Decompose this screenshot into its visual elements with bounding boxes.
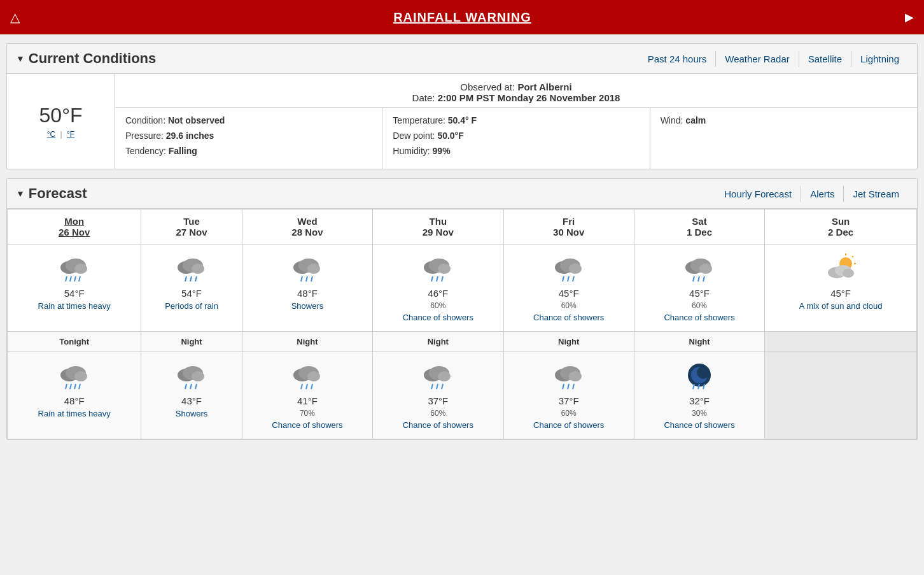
forecast-night-label-wed: Night: [242, 332, 372, 352]
svg-line-49: [74, 384, 76, 389]
conditions-col-3: Wind: calm: [650, 108, 917, 169]
temp-tue-night: 43°F: [144, 395, 239, 406]
svg-line-12: [195, 276, 197, 281]
svg-point-2: [74, 264, 87, 274]
collapse-icon[interactable]: ▼: [16, 53, 25, 64]
svg-point-53: [192, 371, 204, 381]
temp-mon-day: 54°F: [10, 288, 138, 299]
forecast-night-label-thu: Night: [373, 332, 503, 352]
svg-point-9: [192, 264, 204, 274]
forecast-table: Mon26 Nov Tue27 Nov Wed28 Nov Thu29 Nov …: [7, 209, 917, 439]
svg-line-3: [66, 276, 67, 281]
forecast-day-headers-row: Mon26 Nov Tue27 Nov Wed28 Nov Thu29 Nov …: [8, 209, 917, 245]
conditions-observed: Observed at: Port Alberni Date: 2:00 PM …: [115, 74, 917, 108]
svg-line-50: [79, 384, 80, 389]
condition-row: Condition: Not observed: [125, 115, 372, 125]
satellite-link[interactable]: Satellite: [799, 51, 851, 67]
svg-line-55: [190, 384, 192, 389]
forecast-links: Hourly Forecast Alerts Jet Stream: [715, 186, 908, 202]
weather-radar-link[interactable]: Weather Radar: [715, 51, 798, 67]
temp-sat-night: 32°F: [637, 395, 762, 406]
forecast-cell-wed-day: 48°F Showers: [242, 245, 372, 332]
svg-line-67: [437, 384, 438, 389]
forecast-header: ▼ Forecast Hourly Forecast Alerts Jet St…: [7, 179, 917, 209]
observed-date: Date: 2:00 PM PST Monday 26 November 201…: [122, 92, 911, 103]
conditions-body: 50°F °C | °F Observed at: Port Alberni D…: [7, 74, 917, 169]
temperature-row: Temperature: 50.4° F: [393, 115, 639, 125]
forecast-collapse-icon[interactable]: ▼: [16, 188, 25, 199]
svg-line-47: [66, 384, 67, 389]
chance-fri-night: 60%: [507, 409, 631, 418]
forecast-cell-tue-night: 43°F Showers: [141, 352, 242, 439]
condition-thu-day: Chance of showers: [375, 313, 500, 322]
alerts-link[interactable]: Alerts: [801, 186, 843, 202]
conditions-col-1: Condition: Not observed Pressure: 29.6 i…: [115, 108, 382, 169]
forecast-night-icons-row: 48°F Rain at times heavy 43°F Showers: [8, 352, 917, 439]
svg-point-21: [438, 264, 451, 274]
forecast-cell-thu-day: 46°F 60% Chance of showers: [373, 245, 503, 332]
svg-line-78: [693, 384, 694, 389]
svg-line-16: [301, 276, 302, 281]
fahrenheit-link[interactable]: °F: [67, 130, 74, 139]
svg-point-59: [307, 371, 320, 381]
svg-point-65: [438, 371, 451, 381]
svg-line-48: [70, 384, 71, 389]
svg-line-18: [311, 276, 312, 281]
condition-fri-day: Chance of showers: [507, 313, 631, 322]
temperature-value: 50°F: [39, 104, 83, 127]
warning-triangle-icon: △: [10, 10, 20, 25]
forecast-day-thu: Thu29 Nov: [373, 209, 503, 245]
moon-rain-icon-sat: [680, 361, 718, 393]
warning-arrow-icon[interactable]: ▶: [905, 10, 914, 24]
jet-stream-link[interactable]: Jet Stream: [843, 186, 908, 202]
temp-thu-day: 46°F: [375, 288, 500, 299]
svg-line-34: [693, 276, 694, 281]
svg-line-10: [185, 276, 186, 281]
warning-text[interactable]: RAINFALL WARNING: [20, 10, 905, 25]
temp-wed-night: 41°F: [245, 395, 370, 406]
svg-line-60: [301, 384, 302, 389]
condition-sat-night: Chance of showers: [637, 420, 762, 430]
forecast-day-fri: Fri30 Nov: [503, 209, 634, 245]
condition-mon-day: Rain at times heavy: [10, 301, 138, 311]
lightning-link[interactable]: Lightning: [851, 51, 908, 67]
svg-line-22: [431, 276, 433, 281]
svg-line-29: [568, 276, 569, 281]
svg-line-30: [573, 276, 574, 281]
temp-wed-day: 48°F: [245, 288, 370, 299]
rain-icon-tue: [172, 253, 211, 285]
rain-heavy-icon-tonight: [55, 361, 94, 393]
current-conditions-title: ▼ Current Conditions: [16, 50, 156, 67]
svg-line-54: [185, 384, 186, 389]
pressure-row: Pressure: 29.6 inches: [125, 131, 372, 141]
showers-icon-tue-night: [172, 361, 211, 393]
hourly-forecast-link[interactable]: Hourly Forecast: [715, 186, 801, 202]
svg-line-6: [79, 276, 80, 281]
temp-sat-day: 45°F: [637, 288, 762, 299]
temperature-cell: 50°F °C | °F: [7, 74, 115, 169]
svg-line-73: [568, 384, 569, 389]
current-conditions-header: ▼ Current Conditions Past 24 hours Weath…: [7, 44, 917, 74]
svg-point-33: [699, 264, 712, 274]
svg-line-17: [306, 276, 307, 281]
temperature-units: °C | °F: [47, 130, 74, 139]
forecast-day-icons-row: 54°F Rain at times heavy 54°F Periods of…: [8, 245, 917, 332]
current-conditions-links: Past 24 hours Weather Radar Satellite Li…: [639, 51, 908, 67]
svg-line-61: [306, 384, 307, 389]
sun-cloud-icon-sun: [822, 253, 860, 285]
forecast-section: ▼ Forecast Hourly Forecast Alerts Jet St…: [6, 178, 918, 440]
celsius-link[interactable]: °C: [47, 130, 55, 139]
svg-line-39: [852, 256, 853, 257]
current-conditions-section: ▼ Current Conditions Past 24 hours Weath…: [6, 43, 918, 169]
past-24-hours-link[interactable]: Past 24 hours: [639, 51, 716, 67]
condition-sun-day: A mix of sun and cloud: [767, 301, 914, 311]
condition-wed-night: Chance of showers: [245, 420, 370, 430]
svg-point-71: [569, 371, 582, 381]
wind-row: Wind: calm: [661, 115, 907, 125]
temp-fri-day: 45°F: [507, 288, 631, 299]
svg-point-27: [569, 264, 582, 274]
svg-line-56: [195, 384, 197, 389]
chance-wed-night: 70%: [245, 409, 370, 418]
forecast-cell-sat-day: 45°F 60% Chance of showers: [634, 245, 764, 332]
svg-point-43: [843, 269, 854, 278]
